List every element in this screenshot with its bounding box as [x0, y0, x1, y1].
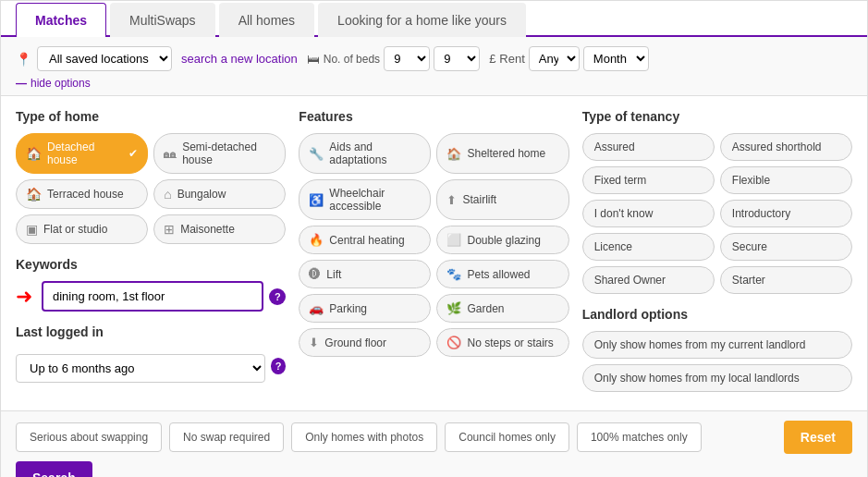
search-new-location-link[interactable]: search a new location: [181, 52, 298, 66]
location-icon: 📍: [16, 52, 31, 67]
ground-floor-icon: ⬇: [309, 336, 319, 349]
bottom-bar: Serious about swapping No swap required …: [1, 410, 867, 477]
search-button[interactable]: Search: [16, 461, 92, 477]
keywords-title: Keywords: [16, 257, 286, 272]
maisonette-label: Maisonette: [180, 223, 235, 236]
hide-options-link[interactable]: hide options: [16, 77, 852, 90]
tab-all-homes[interactable]: All homes: [219, 3, 314, 37]
council-only-button[interactable]: Council homes only: [445, 422, 569, 452]
bungalow-icon: ⌂: [164, 187, 171, 202]
dont-know-label: I don't know: [594, 207, 654, 220]
tenancy-title: Type of tenancy: [582, 109, 852, 124]
tab-looking[interactable]: Looking for a home like yours: [318, 3, 526, 37]
serious-swapping-button[interactable]: Serious about swapping: [16, 422, 162, 452]
location-wrap: 📍 All saved locations: [16, 46, 172, 71]
secure-label: Secure: [732, 240, 767, 253]
no-swap-button[interactable]: No swap required: [169, 422, 284, 452]
home-type-flat[interactable]: ▣ Flat or studio: [16, 214, 148, 244]
terraced-icon: 🏠: [26, 187, 42, 202]
rent-label: Rent: [499, 52, 524, 66]
tenancy-grid: Assured Assured shorthold Fixed term Fle…: [582, 133, 852, 294]
flexible-label: Flexible: [732, 174, 770, 187]
beds-min-select[interactable]: 9: [384, 46, 430, 71]
tenancy-shared-owner[interactable]: Shared Owner: [582, 266, 715, 294]
tenancy-assured-shorthold[interactable]: Assured shorthold: [720, 133, 852, 161]
fixed-term-label: Fixed term: [594, 174, 647, 187]
home-type-semi[interactable]: 🏘 Semi-detached house: [153, 133, 286, 174]
tenancy-assured[interactable]: Assured: [582, 133, 715, 161]
last-logged-section: Last logged in Up to 6 months ago Any ti…: [16, 324, 286, 383]
assured-shorthold-label: Assured shorthold: [732, 141, 822, 153]
feature-no-steps[interactable]: 🚫 No steps or stairs: [436, 328, 568, 357]
detached-icon: 🏠: [26, 146, 42, 161]
tenancy-secure[interactable]: Secure: [720, 233, 852, 261]
100-matches-button[interactable]: 100% matches only: [577, 422, 702, 452]
last-logged-help-icon[interactable]: ?: [271, 358, 287, 374]
keywords-input[interactable]: [42, 281, 263, 312]
feature-double-glazing[interactable]: ⬜ Double glazing: [436, 226, 568, 254]
photos-only-button[interactable]: Only homes with photos: [291, 422, 437, 452]
tenancy-starter[interactable]: Starter: [720, 266, 852, 294]
feature-garden[interactable]: 🌿 Garden: [436, 294, 568, 323]
feature-stairlift[interactable]: ⬆ Stairlift: [436, 179, 568, 220]
feature-sheltered[interactable]: 🏠 Sheltered home: [436, 133, 568, 174]
maisonette-icon: ⊞: [164, 222, 175, 237]
tenancy-dont-know[interactable]: I don't know: [582, 200, 715, 227]
keywords-help-icon[interactable]: ?: [269, 288, 286, 305]
pets-label: Pets allowed: [467, 268, 530, 281]
feature-parking[interactable]: 🚗 Parking: [299, 294, 431, 323]
heating-icon: 🔥: [309, 233, 324, 247]
home-type-detached[interactable]: 🏠 Detached house ✔: [16, 133, 148, 174]
home-type-bungalow[interactable]: ⌂ Bungalow: [153, 179, 286, 209]
sheltered-icon: 🏠: [446, 147, 461, 161]
location-select[interactable]: All saved locations: [37, 46, 172, 71]
landlord-current[interactable]: Only show homes from my current landlord: [582, 331, 852, 359]
col-middle: Features 🔧 Aids and adaptations 🏠 Shelte…: [299, 109, 568, 398]
selected-check: ✔: [128, 147, 138, 160]
month-select[interactable]: Month: [583, 46, 649, 71]
feature-ground-floor[interactable]: ⬇ Ground floor: [299, 328, 431, 357]
tab-matches[interactable]: Matches: [16, 3, 106, 37]
lift-label: Lift: [326, 268, 341, 281]
sheltered-label: Sheltered home: [467, 147, 545, 160]
feature-lift[interactable]: 🅓 Lift: [299, 260, 431, 288]
landlord-current-label: Only show homes from my current landlord: [594, 338, 806, 351]
tenancy-licence[interactable]: Licence: [582, 233, 715, 261]
aids-label: Aids and adaptations: [329, 141, 421, 166]
tab-multiswaps[interactable]: MultiSwaps: [110, 3, 215, 37]
col-right: Type of tenancy Assured Assured shorthol…: [582, 109, 852, 398]
landlord-local[interactable]: Only show homes from my local landlords: [582, 364, 852, 392]
shared-owner-label: Shared Owner: [594, 274, 666, 287]
assured-label: Assured: [594, 141, 635, 153]
beds-wrap: 🛏 No. of beds 9 9: [307, 46, 480, 71]
aids-icon: 🔧: [309, 147, 324, 161]
glazing-icon: ⬜: [446, 233, 461, 247]
garden-label: Garden: [467, 302, 504, 315]
last-logged-title: Last logged in: [16, 324, 286, 339]
home-type-terraced[interactable]: 🏠 Terraced house: [16, 179, 148, 209]
home-type-maisonette[interactable]: ⊞ Maisonette: [153, 214, 286, 244]
features-title: Features: [299, 109, 568, 124]
feature-pets[interactable]: 🐾 Pets allowed: [436, 260, 568, 288]
flat-label: Flat or studio: [43, 223, 107, 236]
last-logged-select[interactable]: Up to 6 months ago Any time Up to 1 mont…: [16, 354, 265, 383]
feature-central-heating[interactable]: 🔥 Central heating: [299, 226, 431, 254]
beds-max-select[interactable]: 9: [434, 46, 480, 71]
hide-options-label: hide options: [31, 77, 91, 90]
tenancy-introductory[interactable]: Introductory: [720, 200, 852, 227]
rent-select[interactable]: Any: [529, 46, 580, 71]
beds-icon: 🛏: [307, 52, 320, 67]
reset-button[interactable]: Reset: [784, 421, 852, 454]
parking-icon: 🚗: [309, 301, 324, 315]
wheelchair-label: Wheelchair accessible: [329, 187, 421, 213]
wheelchair-icon: ♿: [309, 193, 324, 207]
heating-label: Central heating: [329, 234, 404, 247]
stairlift-icon: ⬆: [446, 193, 457, 207]
feature-aids[interactable]: 🔧 Aids and adaptations: [299, 133, 431, 174]
type-of-home-title: Type of home: [16, 109, 286, 124]
last-logged-row: Up to 6 months ago Any time Up to 1 mont…: [16, 349, 286, 383]
tenancy-fixed-term[interactable]: Fixed term: [582, 166, 715, 194]
tenancy-flexible[interactable]: Flexible: [720, 166, 852, 194]
pets-icon: 🐾: [446, 267, 461, 281]
feature-wheelchair[interactable]: ♿ Wheelchair accessible: [299, 179, 431, 220]
